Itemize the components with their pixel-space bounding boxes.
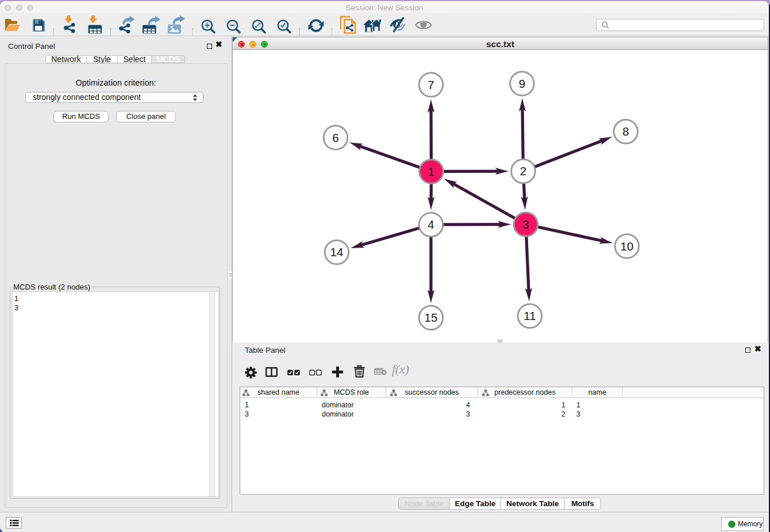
svg-text:2: 2 — [520, 164, 526, 178]
svg-text:11: 11 — [523, 309, 536, 322]
svg-text:7: 7 — [428, 78, 434, 91]
svg-text:8: 8 — [622, 125, 629, 138]
svg-text:14: 14 — [330, 245, 344, 259]
svg-text:1: 1 — [428, 165, 434, 178]
svg-text:15: 15 — [425, 311, 438, 324]
svg-text:6: 6 — [332, 131, 338, 144]
svg-text:4: 4 — [428, 218, 434, 231]
svg-text:3: 3 — [522, 218, 529, 231]
svg-text:10: 10 — [621, 240, 634, 253]
svg-text:9: 9 — [519, 77, 525, 90]
